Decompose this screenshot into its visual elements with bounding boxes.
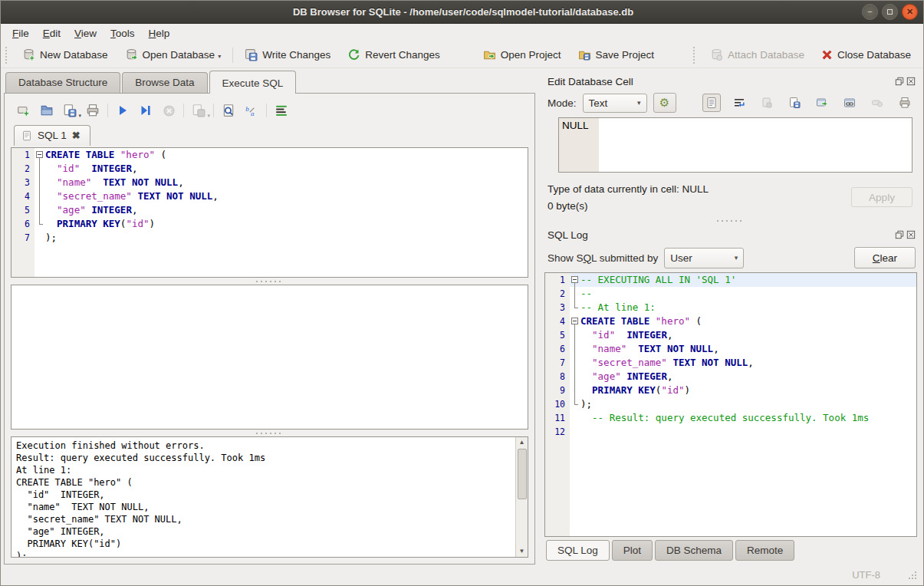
splitter-dots-icon <box>717 220 745 222</box>
sql-log-view[interactable]: 1-- EXECUTING ALL IN 'SQL 1'2--3-- At li… <box>544 272 917 537</box>
write-changes-button[interactable]: Write Changes <box>236 45 339 64</box>
close-icon[interactable] <box>906 230 916 239</box>
sql-editor[interactable]: 1CREATE TABLE "hero" (2 "id" INTEGER,3 "… <box>11 147 528 278</box>
word-wrap-button[interactable] <box>730 94 748 112</box>
mode-label: Mode: <box>547 97 577 109</box>
close-icon[interactable] <box>906 77 916 86</box>
format-icon <box>275 104 288 117</box>
close-database-button[interactable]: Close Database <box>813 46 919 64</box>
text-mode-button[interactable] <box>702 94 721 112</box>
save-project-button[interactable]: Save Project <box>570 45 663 64</box>
open-project-button[interactable]: Open Project <box>475 45 570 64</box>
menu-view[interactable]: View <box>67 25 104 41</box>
revert-changes-button[interactable]: Revert Changes <box>339 45 449 64</box>
menu-file[interactable]: File <box>5 25 36 41</box>
execution-message-pane[interactable]: Execution finished without errors. Resul… <box>11 436 528 558</box>
titlebar[interactable]: DB Browser for SQLite - /home/user/code/… <box>1 1 923 24</box>
open-database-button[interactable]: Open Database ▾ <box>117 45 230 64</box>
submitted-by-select[interactable]: User ▾ <box>664 248 744 268</box>
minimize-icon: − <box>867 8 872 16</box>
attach-database-button[interactable]: Attach Database <box>702 45 813 64</box>
toolbar-separator <box>107 104 108 117</box>
sql-log-controls: Show SQL submitted by User ▾ Clear <box>544 243 917 272</box>
minimize-button[interactable]: − <box>862 4 878 20</box>
save-project-icon <box>578 48 591 61</box>
apply-button[interactable]: Apply <box>851 187 912 207</box>
splitter-handle[interactable] <box>11 430 528 436</box>
svg-text:b: b <box>245 105 249 113</box>
float-icon[interactable] <box>895 230 904 239</box>
edit-cell-toolbar: Mode: Text ▾ ⚙ <box>544 90 917 116</box>
resize-grip-icon[interactable] <box>908 571 917 580</box>
menu-edit[interactable]: Edit <box>36 25 67 41</box>
splitter-handle[interactable] <box>11 278 528 285</box>
close-database-icon <box>821 49 833 61</box>
results-table-area[interactable] <box>11 285 528 430</box>
tab-browse-data[interactable]: Browse Data <box>122 72 207 93</box>
open-database-caret-icon[interactable]: ▾ <box>218 53 221 61</box>
sql-document-tab[interactable]: SQL 1 ✖ <box>14 125 90 146</box>
open-sql-file-button[interactable] <box>38 102 55 119</box>
toolbar-separator <box>213 104 214 117</box>
scroll-thumb[interactable] <box>518 449 527 499</box>
main-area: Database Structure Browse Data Execute S… <box>1 68 923 565</box>
link-cell-button[interactable] <box>840 94 859 112</box>
save-results-button[interactable]: ▾ <box>190 102 207 119</box>
stop-button[interactable] <box>160 102 177 119</box>
export-text-button[interactable] <box>785 94 804 112</box>
mode-select[interactable]: Text ▾ <box>583 94 647 113</box>
close-button[interactable]: ✕ <box>902 4 918 20</box>
float-icon[interactable] <box>895 77 904 86</box>
format-sql-button[interactable] <box>273 102 290 119</box>
new-tab-button[interactable] <box>15 102 32 119</box>
tab-plot[interactable]: Plot <box>612 540 653 561</box>
maximize-button[interactable] <box>882 4 898 20</box>
save-results-icon <box>192 104 206 117</box>
clear-log-button[interactable]: Clear <box>854 247 916 268</box>
close-database-label: Close Database <box>837 49 911 61</box>
tab-remote[interactable]: Remote <box>735 540 794 561</box>
mode-value: Text <box>589 97 608 109</box>
tab-sql-log[interactable]: SQL Log <box>546 540 610 561</box>
execute-current-line-button[interactable] <box>137 102 154 119</box>
tab-database-structure[interactable]: Database Structure <box>5 72 120 93</box>
scroll-down-icon[interactable]: ▼ <box>516 546 528 557</box>
set-null-button[interactable] <box>868 94 886 112</box>
new-database-button[interactable]: New Database <box>14 45 117 64</box>
find-button[interactable] <box>220 102 237 119</box>
left-pane: Database Structure Browse Data Execute S… <box>1 68 540 565</box>
dock-splitter-handle[interactable] <box>544 217 917 225</box>
auto-mode-button[interactable]: ⚙ <box>653 93 676 113</box>
open-external-button[interactable] <box>813 94 831 112</box>
save-project-label: Save Project <box>596 49 655 61</box>
encoding-indicator[interactable]: UTF-8 <box>852 569 880 581</box>
save-sql-file-button[interactable]: ▾ <box>61 102 78 119</box>
open-database-label: Open Database <box>143 49 215 61</box>
find-replace-button[interactable]: b a <box>243 102 260 119</box>
show-sql-label: Show SQL submitted by <box>547 252 658 264</box>
scroll-up-icon[interactable]: ▲ <box>516 437 528 448</box>
execute-sql-panel: ▾ <box>4 93 535 565</box>
tab-execute-sql[interactable]: Execute SQL <box>209 71 297 94</box>
window-title: DB Browser for SQLite - /home/user/code/… <box>1 6 857 18</box>
cell-editor[interactable]: NULL <box>558 117 912 173</box>
edit-cell-title: Edit Database Cell <box>547 76 895 87</box>
import-text-button[interactable] <box>758 94 776 112</box>
print-cell-button[interactable] <box>896 94 914 112</box>
execute-all-button[interactable] <box>114 102 131 119</box>
menu-help[interactable]: Help <box>142 25 177 41</box>
cell-type-info: Type of data currently in cell: NULL <box>547 183 851 195</box>
cell-value: NULL <box>562 120 589 131</box>
save-sql-caret-icon[interactable]: ▾ <box>78 113 81 119</box>
toolbar-drag-handle[interactable] <box>693 47 699 64</box>
toolbar-drag-handle[interactable] <box>5 47 11 64</box>
menubar: File Edit View Tools Help <box>1 24 923 42</box>
print-button[interactable] <box>84 102 101 119</box>
message-scrollbar[interactable]: ▲ ▼ <box>515 437 528 557</box>
sql-tab-close-icon[interactable]: ✖ <box>72 130 81 141</box>
tab-db-schema[interactable]: DB Schema <box>655 540 733 561</box>
window-controls: − ✕ <box>857 4 923 20</box>
menu-tools[interactable]: Tools <box>104 25 142 41</box>
print-icon <box>899 97 911 109</box>
stop-icon <box>163 104 176 117</box>
